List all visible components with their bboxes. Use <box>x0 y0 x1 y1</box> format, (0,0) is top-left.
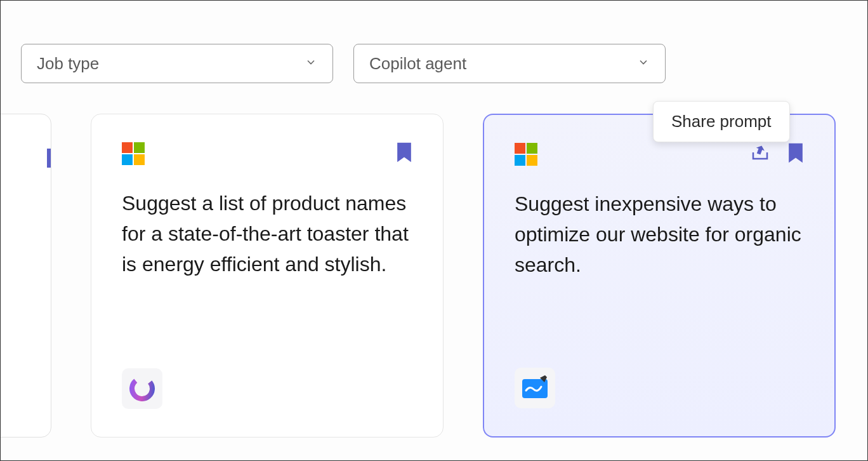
prompt-cards-row: Suggest a list of product names for a st… <box>0 114 836 438</box>
chevron-down-icon <box>305 56 317 71</box>
svg-rect-1 <box>522 379 548 398</box>
job-type-label: Job type <box>37 54 99 74</box>
card-header <box>122 142 412 165</box>
card-footer <box>122 368 412 409</box>
card-footer <box>515 368 804 408</box>
card-actions <box>396 142 412 165</box>
copilot-agent-label: Copilot agent <box>369 54 466 74</box>
share-prompt-tooltip: Share prompt <box>653 101 790 142</box>
job-type-dropdown[interactable]: Job type <box>21 44 333 83</box>
card-actions <box>751 143 804 166</box>
prompt-card[interactable]: Suggest inexpensive ways to optimize our… <box>483 114 836 438</box>
card-header <box>515 143 804 166</box>
bookmark-icon <box>47 149 51 168</box>
tooltip-text: Share prompt <box>671 112 772 131</box>
prompt-card-previous-partial[interactable] <box>0 114 51 438</box>
bookmark-icon[interactable] <box>396 142 412 165</box>
chevron-down-icon <box>637 56 650 71</box>
microsoft-logo-icon <box>122 142 145 165</box>
loop-icon <box>122 368 162 409</box>
whiteboard-icon <box>515 368 555 408</box>
microsoft-logo-icon <box>515 143 537 166</box>
prompt-text: Suggest inexpensive ways to optimize our… <box>515 189 804 368</box>
copilot-agent-dropdown[interactable]: Copilot agent <box>353 44 666 83</box>
prompt-card[interactable]: Suggest a list of product names for a st… <box>91 114 444 438</box>
share-icon[interactable] <box>751 144 770 165</box>
filter-row: Job type Copilot agent <box>1 1 867 83</box>
prompt-text: Suggest a list of product names for a st… <box>122 188 412 368</box>
svg-point-0 <box>129 376 155 401</box>
bookmark-icon[interactable] <box>787 143 804 166</box>
